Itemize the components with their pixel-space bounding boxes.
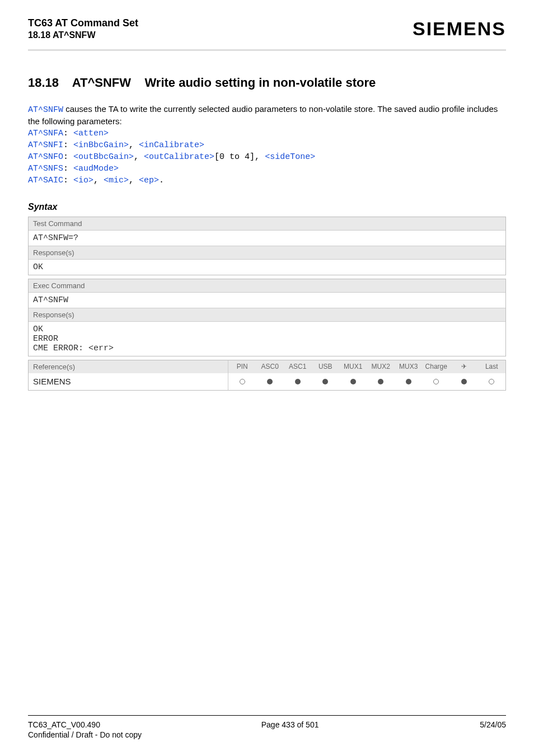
dot-filled-icon xyxy=(350,379,356,384)
footer-confidential: Confidential / Draft - Do not copy xyxy=(28,730,506,739)
param-link[interactable]: <atten> xyxy=(73,129,109,138)
dot-empty-icon xyxy=(489,379,494,384)
reference-value: SIEMENS xyxy=(29,373,228,390)
profile-line: AT^SNFO: <outBbcGain>, <outCalibrate>[0 … xyxy=(28,151,506,163)
profile-sep: : xyxy=(63,176,73,185)
intro-text: causes the TA to write the currently sel… xyxy=(28,104,498,126)
param-link[interactable]: <sideTone> xyxy=(265,152,315,162)
profile-sep: : xyxy=(63,140,73,150)
syntax-response: OK xyxy=(29,260,505,275)
ref-col-header: Charge xyxy=(423,360,451,373)
page: TC63 AT Command Set 18.18 AT^SNFW SIEMEN… xyxy=(0,0,534,756)
ref-col-header: MUX3 xyxy=(395,360,423,373)
profile-cmd-link[interactable]: AT^SNFA xyxy=(28,129,63,138)
reference-body-row: SIEMENS xyxy=(29,373,505,390)
syntax-block: Exec CommandAT^SNFWResponse(s)OK ERROR C… xyxy=(28,279,506,356)
syntax-block: Test CommandAT^SNFW=?Response(s)OK xyxy=(28,217,506,275)
dot-filled-icon xyxy=(378,379,383,384)
syntax-label: Exec Command xyxy=(29,279,505,293)
ref-state-cell xyxy=(228,373,256,390)
ref-col-header: MUX1 xyxy=(339,360,367,373)
brand-logo: SIEMENS xyxy=(413,17,506,40)
profile-mid-text: [0 to 4], xyxy=(214,152,265,162)
dot-filled-icon xyxy=(322,379,328,384)
syntax-label: Test Command xyxy=(29,217,505,231)
ref-col-header: PIN xyxy=(228,360,256,373)
profile-cmd-link[interactable]: AT^SNFO xyxy=(28,152,63,162)
ref-state-cell xyxy=(423,373,451,390)
footer-center: Page 433 of 501 xyxy=(261,720,319,729)
profile-line: AT^SNFI: <inBbcGain>, <inCalibrate> xyxy=(28,139,506,151)
profile-line: AT^SNFA: <atten> xyxy=(28,128,506,139)
syntax-command: AT^SNFW xyxy=(29,293,505,308)
dot-filled-icon xyxy=(461,379,467,384)
ref-state-cell xyxy=(312,373,340,390)
ref-state-cell xyxy=(395,373,423,390)
profile-sep: : xyxy=(63,129,73,138)
profile-cmd-link[interactable]: AT^SAIC xyxy=(28,176,63,185)
ref-state-cell xyxy=(478,373,506,390)
airplane-icon: ✈ xyxy=(450,360,478,373)
section-number: 18.18 xyxy=(28,76,59,90)
doc-section: 18.18 AT^SNFW xyxy=(28,30,138,41)
ref-state-cell xyxy=(339,373,367,390)
param-link[interactable]: <outCalibrate> xyxy=(144,152,214,162)
profile-cmd-link[interactable]: AT^SNFS xyxy=(28,164,63,173)
param-link[interactable]: <inCalibrate> xyxy=(139,140,204,150)
ref-col-header: ASC1 xyxy=(284,360,312,373)
syntax-title: Syntax xyxy=(28,202,506,212)
param-joiner: , xyxy=(134,152,144,162)
footer-row: TC63_ATC_V00.490 Page 433 of 501 5/24/05 xyxy=(28,720,506,729)
syntax-response-label: Response(s) xyxy=(29,246,505,260)
ref-state-cell xyxy=(256,373,284,390)
param-joiner: , xyxy=(129,176,139,185)
intro-cmd-link[interactable]: AT^SNFW xyxy=(28,105,63,115)
dot-empty-icon xyxy=(433,379,439,384)
param-joiner: , xyxy=(129,140,139,150)
reference-block: Reference(s) PINASC0ASC1USBMUX1MUX2MUX3C… xyxy=(28,360,506,391)
profile-line: AT^SNFS: <audMode> xyxy=(28,163,506,175)
syntax-response: OK ERROR CME ERROR: <err> xyxy=(29,322,505,356)
profile-lines: AT^SNFA: <atten>AT^SNFI: <inBbcGain>, <i… xyxy=(28,128,506,186)
section-cmd: AT^SNFW xyxy=(72,76,131,90)
param-link[interactable]: <inBbcGain> xyxy=(73,140,129,150)
param-link[interactable]: <mic> xyxy=(104,176,129,185)
syntax-response-label: Response(s) xyxy=(29,308,505,322)
profile-cmd-link[interactable]: AT^SNFI xyxy=(28,140,63,150)
param-link[interactable]: <audMode> xyxy=(73,164,119,173)
dot-empty-icon xyxy=(240,379,245,384)
profile-tail: . xyxy=(159,176,164,185)
reference-dots xyxy=(228,373,505,390)
footer-right: 5/24/05 xyxy=(480,720,506,729)
param-joiner: , xyxy=(93,176,104,185)
dot-filled-icon xyxy=(295,379,301,384)
intro-paragraph: AT^SNFW causes the TA to write the curre… xyxy=(28,104,506,128)
page-footer: TC63_ATC_V00.490 Page 433 of 501 5/24/05… xyxy=(28,715,506,739)
profile-line: AT^SAIC: <io>, <mic>, <ep>. xyxy=(28,175,506,186)
ref-col-header: MUX2 xyxy=(367,360,395,373)
param-link[interactable]: <outBbcGain> xyxy=(73,152,134,162)
syntax-command: AT^SNFW=? xyxy=(29,231,505,246)
ref-col-header: Last xyxy=(478,360,506,373)
section-heading: 18.18 AT^SNFW Write audio setting in non… xyxy=(28,76,506,90)
section-title: Write audio setting in non-volatile stor… xyxy=(144,76,376,90)
doc-title: TC63 AT Command Set xyxy=(28,17,138,30)
footer-left: TC63_ATC_V00.490 xyxy=(28,720,100,729)
ref-state-cell xyxy=(450,373,478,390)
param-link[interactable]: <io> xyxy=(73,176,93,185)
dot-filled-icon xyxy=(267,379,273,384)
ref-col-header: ASC0 xyxy=(256,360,284,373)
dot-filled-icon xyxy=(406,379,411,384)
reference-label: Reference(s) xyxy=(29,360,228,373)
param-link[interactable]: <ep> xyxy=(139,176,159,185)
ref-state-cell xyxy=(284,373,312,390)
profile-sep: : xyxy=(63,164,73,173)
ref-col-header: USB xyxy=(312,360,340,373)
syntax-blocks: Test CommandAT^SNFW=?Response(s)OKExec C… xyxy=(28,217,506,356)
header-left: TC63 AT Command Set 18.18 AT^SNFW xyxy=(28,17,138,41)
profile-sep: : xyxy=(63,152,73,162)
page-header: TC63 AT Command Set 18.18 AT^SNFW SIEMEN… xyxy=(28,17,506,51)
reference-columns: PINASC0ASC1USBMUX1MUX2MUX3Charge✈Last xyxy=(228,360,505,373)
reference-header-row: Reference(s) PINASC0ASC1USBMUX1MUX2MUX3C… xyxy=(29,360,505,373)
ref-state-cell xyxy=(367,373,395,390)
